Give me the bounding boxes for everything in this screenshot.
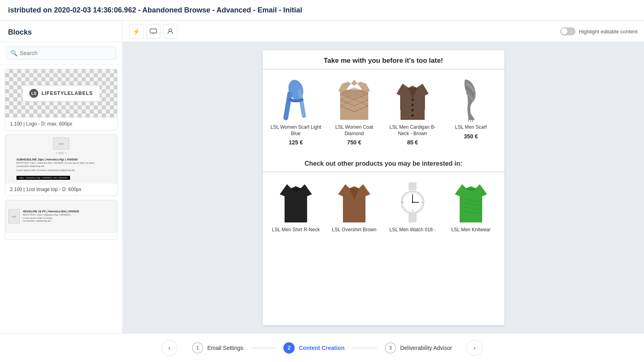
svg-point-9 <box>411 114 414 117</box>
product-img-2 <box>334 78 374 122</box>
product-img-4 <box>451 78 491 122</box>
person-button[interactable] <box>163 24 178 39</box>
blocks-sidebar: Blocks 🔍 LS LifestyleLabels 1.100 | Logo… <box>0 21 123 333</box>
step2-number: 2 <box>283 342 295 354</box>
email-products-row-1: LSL Women Scarf Light Blue 125 € <box>263 70 504 150</box>
step2-label: Content Creation <box>299 345 345 351</box>
lightning-button[interactable]: ⚡ <box>129 24 144 39</box>
step1-label: Email Settings <box>207 345 243 351</box>
block-item[interactable]: LS LifestyleLabels 1.100 | Logo - D: max… <box>5 69 118 130</box>
prev-icon: ‹ <box>168 344 170 352</box>
step1-number: 1 <box>192 342 203 354</box>
desktop-button[interactable] <box>146 24 161 39</box>
search-icon: 🔍 <box>10 50 17 56</box>
main-layout: Blocks 🔍 LS LifestyleLabels 1.100 | Logo… <box>0 21 644 333</box>
svg-point-8 <box>411 109 414 111</box>
stepper-step-1[interactable]: 1 Email Settings <box>184 342 251 354</box>
svg-point-6 <box>411 99 414 101</box>
header-title: istributed on 2020-02-03 14:36:06.962 - … <box>8 6 302 14</box>
highlight-toggle[interactable]: Highlight editable content <box>560 27 638 35</box>
email-products-row-2: LSL Men Shirt R-Neck <box>263 172 504 240</box>
product-name-6: LSL Overshirt Brown <box>328 227 380 233</box>
product-price-4: 350 € <box>445 133 497 140</box>
stepper-connector-1 <box>251 348 275 348</box>
product-name-5: LSL Men Shirt R-Neck <box>270 227 322 233</box>
product-img-6 <box>334 180 374 224</box>
product-img-3 <box>392 78 433 122</box>
svg-point-7 <box>411 104 414 106</box>
toolbar-left: ⚡ <box>129 24 178 39</box>
search-input[interactable] <box>6 47 116 60</box>
svg-rect-17 <box>409 212 417 222</box>
header-bar: istributed on 2020-02-03 14:36:06.962 - … <box>0 0 644 21</box>
toolbar-right: Highlight editable content <box>560 27 638 35</box>
next-icon: › <box>473 344 475 352</box>
email-product: LSL Men Scarf 350 € <box>445 78 497 146</box>
content-area: ⚡ Highlight editable content <box>123 21 644 333</box>
block2-preview: w/o < 600 > SUBHEADLINE 18px | Helvetica… <box>5 135 117 183</box>
step3-label: Deliverability Advisor <box>400 345 452 351</box>
svg-rect-11 <box>409 182 417 190</box>
product-name-7: LSL Men Watch 018 - <box>386 227 439 233</box>
bottom-stepper: ‹ 1 Email Settings 2 Content Creation 3 … <box>0 333 644 362</box>
block1-preview: LS LifestyleLabels <box>5 69 117 117</box>
email-section1-title: Take me with you before it's too late! <box>263 50 504 70</box>
product-img-7 <box>392 180 433 224</box>
email-product: LSL Women Scarf Light Blue 125 € <box>270 78 322 146</box>
product-img-5 <box>276 180 316 224</box>
product-name-1: LSL Women Scarf Light Blue <box>270 124 322 137</box>
logo-icon: LS <box>29 89 38 98</box>
email-section2-title: Check out other products you may be inte… <box>263 154 504 172</box>
stepper-next-button[interactable]: › <box>466 340 483 356</box>
stepper-step-3[interactable]: 3 Deliverability Advisor <box>377 342 460 354</box>
svg-rect-0 <box>150 29 157 33</box>
stepper-step-2[interactable]: 2 Content Creation <box>275 342 353 354</box>
svg-point-16 <box>412 202 413 203</box>
stepper-prev-button[interactable]: ‹ <box>161 340 178 356</box>
block2-img-icon: w/o <box>53 138 69 150</box>
product-img-1 <box>276 78 316 122</box>
stepper-steps: 1 Email Settings 2 Content Creation 3 De… <box>184 342 460 354</box>
block3-text: HEADLINE 18 PX | Helvetica Bld | #000000… <box>23 210 114 223</box>
email-product: LSL Women Coat Diamond 750 € <box>328 78 380 146</box>
email-product: LSL Men Knitwear <box>445 180 497 236</box>
sidebar-search-area: 🔍 <box>0 42 122 65</box>
product-price-3: 85 € <box>386 139 439 146</box>
product-price-2: 750 € <box>328 139 380 146</box>
product-name-2: LSL Women Coat Diamond <box>328 124 380 137</box>
block2-label: 2.100 | 1col Image top - D: 600px <box>5 183 117 195</box>
email-product: LSL Overshirt Brown <box>328 180 380 236</box>
product-name-8: LSL Men Knitwear <box>445 227 497 233</box>
toggle-knob <box>561 28 568 35</box>
block1-label: 1.100 | Logo - D: max. 600px <box>5 117 117 130</box>
product-price-1: 125 € <box>270 139 322 146</box>
email-product: LSL Men Shirt R-Neck <box>270 180 322 236</box>
product-name-3: LSL Men Cardigan B-Neck - Brown <box>386 124 439 137</box>
email-product: LSL Men Watch 018 - <box>386 180 439 236</box>
toggle-switch[interactable] <box>560 27 576 35</box>
blocks-list: LS LifestyleLabels 1.100 | Logo - D: max… <box>0 65 122 333</box>
product-img-8 <box>451 180 491 224</box>
logo-text: LifestyleLabels <box>41 90 93 96</box>
block3-img: w/o <box>8 209 20 224</box>
email-product: LSL Men Cardigan B-Neck - Brown 85 € <box>386 78 439 146</box>
block3-label <box>5 232 117 239</box>
product-name-4: LSL Men Scarf <box>445 124 497 131</box>
highlight-label: Highlight editable content <box>579 29 638 35</box>
editor-toolbar: ⚡ Highlight editable content <box>123 21 644 42</box>
step3-number: 3 <box>385 342 396 354</box>
sidebar-title: Blocks <box>0 21 122 42</box>
email-canvas: Take me with you before it's too late! <box>263 50 504 325</box>
block3-preview: w/o HEADLINE 18 PX | Helvetica Bld | #00… <box>5 200 117 232</box>
email-canvas-wrapper[interactable]: Take me with you before it's too late! <box>123 42 644 333</box>
block-item[interactable]: w/o < 600 > SUBHEADLINE 18px | Helvetica… <box>5 134 118 196</box>
block-item[interactable]: w/o HEADLINE 18 PX | Helvetica Bld | #00… <box>5 200 118 240</box>
stepper-connector-2 <box>353 348 377 348</box>
